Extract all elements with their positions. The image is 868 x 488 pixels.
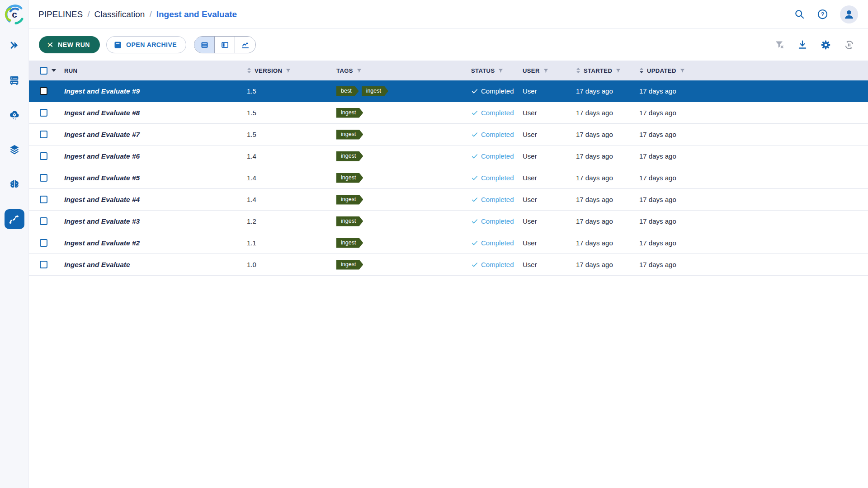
updated-cell: 17 days ago: [637, 217, 868, 225]
download-button[interactable]: [797, 39, 808, 50]
sidebar-item-models[interactable]: [5, 174, 24, 194]
row-checkbox[interactable]: [40, 261, 47, 268]
row-checkbox[interactable]: [40, 196, 47, 203]
sort-icon[interactable]: [576, 67, 580, 74]
version-cell: 1.4: [245, 174, 335, 182]
table-row[interactable]: Ingest and Evaluate #6 1.4 ingest Comple…: [29, 145, 868, 167]
row-select-cell: [29, 239, 57, 247]
split-view-button[interactable]: [215, 37, 235, 53]
table-row[interactable]: Ingest and Evaluate #8 1.5 ingest Comple…: [29, 102, 868, 124]
clearml-logo[interactable]: c: [0, 0, 29, 29]
run-name[interactable]: Ingest and Evaluate #5: [64, 174, 140, 182]
help-button[interactable]: ?: [817, 9, 828, 20]
run-name[interactable]: Ingest and Evaluate #9: [64, 87, 140, 95]
column-header-updated[interactable]: UPDATED: [637, 67, 868, 74]
row-checkbox[interactable]: [40, 109, 47, 117]
breadcrumb-project[interactable]: Classification: [94, 9, 145, 19]
version-cell: 1.5: [245, 87, 335, 95]
table-row[interactable]: Ingest and Evaluate #4 1.4 ingest Comple…: [29, 189, 868, 211]
user-avatar[interactable]: [840, 5, 858, 23]
main-content: PIPELINES / Classification / Ingest and …: [29, 0, 868, 488]
new-run-button[interactable]: NEW RUN: [39, 36, 100, 53]
column-header-version[interactable]: VERSION: [245, 67, 335, 74]
settings-button[interactable]: [820, 39, 831, 51]
open-archive-label: OPEN ARCHIVE: [126, 41, 177, 48]
breadcrumb-pipelines[interactable]: PIPELINES: [38, 9, 83, 19]
user-cell: User: [521, 131, 574, 138]
sidebar-item-workers-queues[interactable]: [5, 70, 24, 90]
column-label-version: VERSION: [255, 67, 282, 74]
select-all-checkbox[interactable]: [40, 67, 47, 75]
run-name[interactable]: Ingest and Evaluate #3: [64, 217, 140, 225]
column-header-status[interactable]: STATUS: [469, 67, 521, 74]
tag-best: best: [336, 86, 359, 96]
table-row[interactable]: Ingest and Evaluate #5 1.4 ingest Comple…: [29, 167, 868, 189]
user-cell: User: [521, 261, 574, 268]
started-cell: 17 days ago: [574, 87, 637, 95]
search-button[interactable]: [794, 9, 805, 20]
metrics-view-button[interactable]: [235, 37, 255, 53]
filter-icon[interactable]: [679, 68, 685, 74]
table-view-icon: [200, 40, 209, 50]
run-cell: Ingest and Evaluate #6: [57, 152, 245, 160]
row-select-cell: [29, 131, 57, 138]
user-cell: User: [521, 196, 574, 203]
table-row[interactable]: Ingest and Evaluate #2 1.1 ingest Comple…: [29, 232, 868, 254]
column-header-tags[interactable]: TAGS: [335, 67, 469, 74]
download-icon: [797, 39, 808, 50]
run-name[interactable]: Ingest and Evaluate #6: [64, 152, 140, 160]
sidebar-item-datasets[interactable]: [5, 140, 24, 160]
run-cell: Ingest and Evaluate #2: [57, 239, 245, 247]
sidebar-item-pipelines[interactable]: [5, 209, 24, 229]
status-cell: Completed: [469, 217, 521, 225]
row-checkbox[interactable]: [40, 87, 47, 95]
user-cell: User: [521, 174, 574, 182]
search-icon: [794, 9, 805, 20]
row-checkbox[interactable]: [40, 217, 47, 225]
filter-icon[interactable]: [285, 68, 291, 74]
row-checkbox[interactable]: [40, 174, 47, 182]
user-cell: User: [521, 152, 574, 160]
sort-desc-icon[interactable]: [639, 67, 644, 74]
row-checkbox[interactable]: [40, 239, 47, 247]
version-cell: 1.5: [245, 131, 335, 138]
version-cell: 1.2: [245, 217, 335, 225]
updated-cell: 17 days ago: [637, 174, 868, 182]
topbar-actions: ?: [794, 5, 858, 23]
sidebar-item-projects[interactable]: [5, 35, 24, 55]
run-name[interactable]: Ingest and Evaluate: [64, 261, 130, 269]
started-cell: 17 days ago: [574, 131, 637, 138]
open-archive-button[interactable]: OPEN ARCHIVE: [106, 36, 186, 53]
filter-icon[interactable]: [615, 68, 621, 74]
table-row[interactable]: Ingest and Evaluate #7 1.5 ingest Comple…: [29, 124, 868, 145]
breadcrumb: PIPELINES / Classification / Ingest and …: [38, 9, 237, 19]
brain-icon: [9, 178, 20, 190]
table-row[interactable]: Ingest and Evaluate 1.0 ingest Completed…: [29, 254, 868, 276]
filter-icon[interactable]: [543, 68, 549, 74]
tag-ingest: ingest: [336, 130, 363, 140]
sort-icon[interactable]: [247, 67, 251, 74]
run-cell: Ingest and Evaluate: [57, 261, 245, 269]
auto-refresh-button[interactable]: [844, 39, 855, 51]
toolbar-right: [774, 39, 855, 51]
column-header-user[interactable]: USER: [521, 67, 574, 74]
filter-icon[interactable]: [356, 68, 362, 74]
sidebar-item-serving[interactable]: [5, 105, 24, 125]
run-name[interactable]: Ingest and Evaluate #8: [64, 109, 140, 117]
row-checkbox[interactable]: [40, 131, 47, 138]
run-name[interactable]: Ingest and Evaluate #4: [64, 196, 140, 204]
row-checkbox[interactable]: [40, 152, 47, 160]
status-cell: Completed: [469, 152, 521, 160]
column-header-started[interactable]: STARTED: [574, 67, 637, 74]
table-view-button[interactable]: [194, 37, 215, 53]
table-row[interactable]: Ingest and Evaluate #9 1.5 bestingest Co…: [29, 80, 868, 102]
clear-filters-button[interactable]: [774, 39, 785, 50]
run-name[interactable]: Ingest and Evaluate #2: [64, 239, 140, 247]
filter-icon[interactable]: [498, 68, 504, 74]
column-header-run[interactable]: RUN: [57, 67, 245, 74]
table-row[interactable]: Ingest and Evaluate #3 1.2 ingest Comple…: [29, 211, 868, 232]
select-menu-caret-icon[interactable]: [52, 69, 56, 72]
tags-cell: ingest: [335, 108, 469, 118]
row-select-cell: [29, 109, 57, 117]
run-name[interactable]: Ingest and Evaluate #7: [64, 131, 140, 139]
